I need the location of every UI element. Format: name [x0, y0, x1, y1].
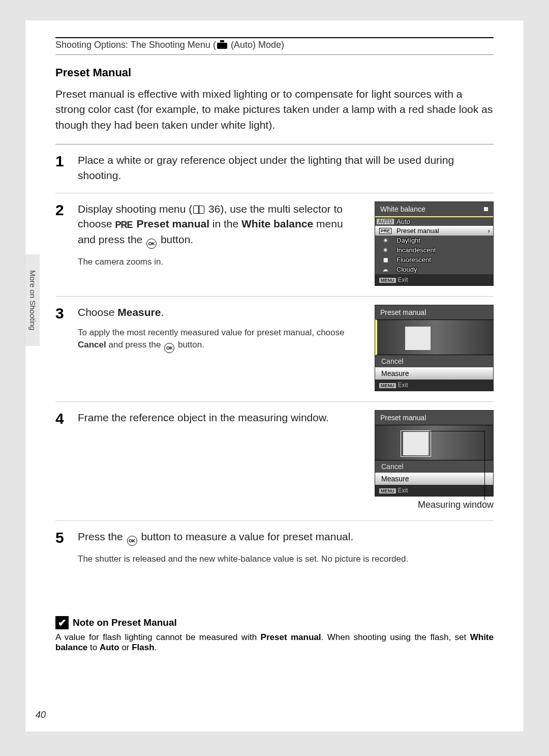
- page-number: 40: [36, 710, 46, 720]
- measuring-window-frame: [401, 430, 431, 457]
- wb-menu-screen: White balance AUTOAuto PREPreset manual …: [375, 201, 494, 286]
- step-number: 4: [55, 410, 78, 510]
- pm-footer: MENUExit: [375, 485, 493, 496]
- pm-viewfinder: [375, 425, 493, 460]
- note-title: ✔ Note on Preset Manual: [55, 616, 494, 629]
- step-5: 5 Press the button to measure a value fo…: [55, 521, 494, 575]
- ok-button-icon: [164, 343, 174, 353]
- ok-button-icon: [146, 239, 157, 249]
- pm-footer: MENUExit: [375, 380, 493, 391]
- note-block: ✔ Note on Preset Manual A value for flas…: [55, 616, 494, 653]
- menu-indicator-icon: [484, 207, 488, 211]
- breadcrumb: Shooting Options: The Shooting Menu ( (A…: [55, 40, 494, 55]
- step-3-sub: To apply the most recently measured valu…: [78, 327, 363, 353]
- step-2-figure: White balance AUTOAuto PREPreset manual …: [375, 201, 494, 286]
- step-4: 4 Frame the reference object in the meas…: [55, 402, 494, 521]
- preset-manual-screen-2: Preset manual Cancel Measure MENUExit: [375, 410, 494, 497]
- leader-line-h: [429, 431, 485, 431]
- pm-row-cancel: Cancel: [375, 355, 493, 367]
- pm-title: Preset manual: [375, 411, 493, 425]
- pm-row-measure-selected: Measure: [375, 367, 493, 380]
- header-rule: [55, 37, 494, 38]
- side-tab: More on Shooting: [25, 254, 40, 346]
- preset-manual-screen: Preset manual Cancel Measure MENUExit: [375, 305, 494, 391]
- pm-row-measure-selected: Measure: [375, 473, 493, 485]
- wb-list: AUTOAuto PREPreset manual ☀Daylight ✳Inc…: [375, 216, 493, 274]
- step-1: 1 Place a white or gray reference object…: [55, 144, 494, 193]
- wb-row-cloudy: ☁Cloudy: [375, 265, 493, 274]
- side-tab-label: More on Shooting: [28, 270, 37, 330]
- ok-button-icon: [127, 536, 137, 546]
- pre-icon: PRE: [115, 219, 133, 231]
- intro-text: Preset manual is effective with mixed li…: [55, 86, 494, 133]
- wb-row-daylight: ☀Daylight: [375, 236, 493, 245]
- section-title: Preset Manual: [55, 66, 494, 79]
- wb-row-incandescent: ✳Incandescent: [375, 245, 493, 255]
- step-2: 2 Display shooting menu ( 36), use the m…: [55, 193, 494, 297]
- steps: 1 Place a white or gray reference object…: [55, 144, 494, 575]
- step-4-text: Frame the reference object in the measur…: [78, 410, 363, 425]
- wb-row-auto: AUTOAuto: [375, 216, 493, 226]
- step-3: 3 Choose Measure. To apply the most rece…: [55, 297, 494, 402]
- wb-menu-footer: MENUExit: [375, 274, 493, 285]
- step-number: 1: [55, 153, 78, 183]
- step-2-sub: The camera zooms in.: [78, 256, 363, 268]
- step-number: 2: [55, 201, 78, 286]
- leader-line-v: [484, 431, 485, 500]
- pm-viewfinder: [375, 319, 493, 355]
- wb-menu-title: White balance: [380, 205, 425, 213]
- wb-row-preset-selected: PREPreset manual: [375, 226, 493, 236]
- white-reference-object: [405, 327, 431, 350]
- note-check-icon: ✔: [55, 616, 69, 629]
- step-4-figure: Preset manual Cancel Measure MENUExit M: [375, 410, 494, 510]
- note-body: A value for flash lighting cannot be mea…: [55, 632, 494, 653]
- pm-title: Preset manual: [375, 305, 493, 319]
- step-number: 5: [55, 529, 78, 565]
- step-3-text: Choose Measure.: [78, 305, 363, 319]
- step-3-figure: Preset manual Cancel Measure MENUExit: [375, 305, 494, 391]
- step-number: 3: [55, 305, 78, 391]
- measuring-window-caption: Measuring window: [375, 497, 494, 510]
- step-5-text: Press the button to measure a value for …: [78, 529, 494, 546]
- manual-page: More on Shooting Shooting Options: The S…: [25, 20, 524, 732]
- step-2-text: Display shooting menu ( 36), use the mul…: [78, 201, 363, 249]
- pm-row-cancel: Cancel: [375, 460, 493, 473]
- wb-row-fluorescent: ▦Fluorescent: [375, 255, 493, 265]
- breadcrumb-pre: Shooting Options: The Shooting Menu (: [55, 40, 216, 50]
- content: Preset Manual Preset manual is effective…: [25, 66, 524, 653]
- page-ref-icon: [193, 206, 204, 214]
- camera-icon: [217, 42, 227, 49]
- step-1-text: Place a white or gray reference object u…: [78, 153, 494, 183]
- step-5-sub: The shutter is released and the new whit…: [78, 553, 494, 565]
- breadcrumb-post: (Auto) Mode): [228, 40, 284, 50]
